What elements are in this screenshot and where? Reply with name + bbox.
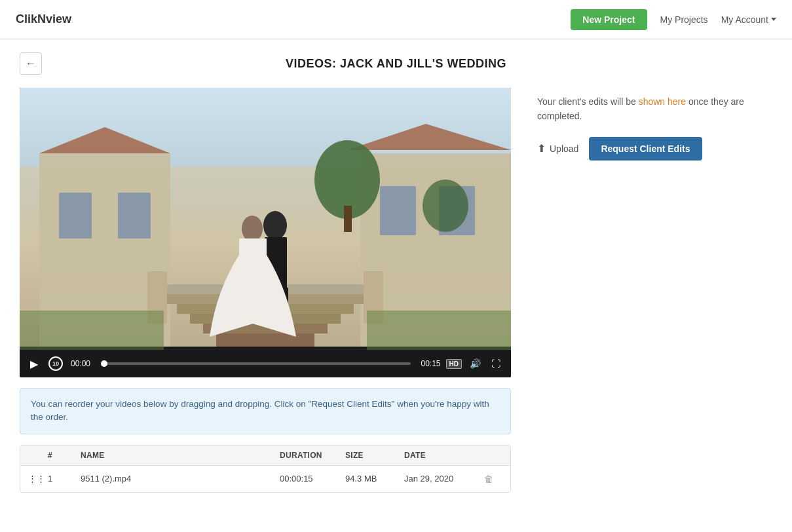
my-projects-link[interactable]: My Projects [660, 14, 708, 25]
upload-icon: ⬆ [537, 142, 546, 155]
svg-point-18 [263, 211, 287, 240]
chevron-down-icon [771, 18, 776, 21]
client-edits-description: Your client's edits will be shown here o… [537, 94, 772, 124]
row-duration: 00:00:15 [280, 474, 345, 484]
hd-badge: HD [446, 359, 462, 369]
th-number: # [48, 451, 81, 460]
row-number: 1 [48, 474, 81, 484]
th-duration: DURATION [280, 451, 345, 460]
header-right: New Project My Projects My Account [571, 9, 776, 30]
back-button[interactable]: ← [20, 52, 42, 75]
main-content: ← VIDEOS: JACK AND JILL'S WEDDING [0, 39, 792, 506]
client-edits-highlight: shown here [639, 96, 686, 107]
current-time: 00:00 [71, 359, 96, 368]
progress-bar[interactable] [101, 362, 411, 365]
row-name: 9511 (2).mp4 [81, 474, 280, 484]
volume-icon: 🔊 [470, 358, 481, 369]
svg-rect-8 [380, 186, 416, 235]
client-edits-text-1: Your client's edits will be [537, 96, 639, 107]
replay-circle-icon: 10 [48, 356, 63, 371]
upload-button[interactable]: ⬆ Upload [537, 142, 578, 155]
end-time: 00:15 [416, 359, 441, 368]
svg-rect-7 [118, 193, 151, 238]
svg-point-22 [242, 216, 263, 242]
row-size: 94.3 MB [345, 474, 404, 484]
upload-label: Upload [550, 143, 578, 154]
fullscreen-button[interactable]: ⛶ [489, 357, 503, 370]
video-frame-svg [20, 88, 511, 350]
play-button[interactable]: ▶ [28, 356, 41, 371]
right-actions: ⬆ Upload Request Client Edits [537, 137, 772, 161]
th-date: DATE [404, 451, 483, 460]
video-table: # NAME DURATION SIZE DATE ⋮⋮ 1 9511 (2).… [20, 445, 511, 493]
my-account-dropdown[interactable]: My Account [721, 14, 776, 25]
right-column: Your client's edits will be shown here o… [537, 88, 772, 493]
content-row: ▶ 10 00:00 00:15 HD 🔊 [20, 88, 772, 493]
th-name: NAME [81, 451, 280, 460]
my-account-label: My Account [721, 14, 768, 25]
logo: ClikNview [16, 12, 71, 26]
replay-button[interactable]: 10 [46, 355, 66, 372]
svg-rect-27 [20, 311, 164, 350]
left-column: ▶ 10 00:00 00:15 HD 🔊 [20, 88, 511, 493]
request-client-edits-button[interactable]: Request Client Edits [589, 137, 702, 161]
table-header: # NAME DURATION SIZE DATE [20, 446, 510, 466]
th-actions [483, 451, 502, 460]
volume-button[interactable]: 🔊 [467, 357, 483, 370]
header: ClikNview New Project My Projects My Acc… [0, 0, 792, 39]
fullscreen-icon: ⛶ [491, 358, 500, 369]
new-project-button[interactable]: New Project [571, 9, 647, 30]
video-player[interactable]: ▶ 10 00:00 00:15 HD 🔊 [20, 88, 511, 377]
th-size: SIZE [345, 451, 404, 460]
table-row: ⋮⋮ 1 9511 (2).mp4 00:00:15 94.3 MB Jan 2… [20, 466, 510, 492]
video-thumbnail [20, 88, 511, 350]
video-controls-bar: ▶ 10 00:00 00:15 HD 🔊 [20, 350, 511, 377]
progress-dot [101, 360, 107, 367]
info-box-text: You can reorder your videos below by dra… [31, 399, 489, 422]
svg-rect-28 [367, 311, 511, 350]
drag-handle[interactable]: ⋮⋮ [28, 474, 48, 484]
page-title-row: ← VIDEOS: JACK AND JILL'S WEDDING [20, 52, 772, 75]
delete-row-button[interactable]: 🗑 [483, 472, 495, 485]
svg-rect-6 [59, 193, 92, 238]
info-box: You can reorder your videos below by dra… [20, 388, 511, 434]
svg-rect-15 [216, 333, 314, 347]
th-drag [28, 451, 48, 460]
svg-point-26 [423, 180, 468, 232]
row-date: Jan 29, 2020 [404, 474, 483, 484]
svg-rect-25 [344, 206, 352, 232]
back-arrow-icon: ← [26, 58, 36, 69]
page-title: VIDEOS: JACK AND JILL'S WEDDING [55, 57, 737, 71]
play-icon: ▶ [30, 358, 38, 370]
